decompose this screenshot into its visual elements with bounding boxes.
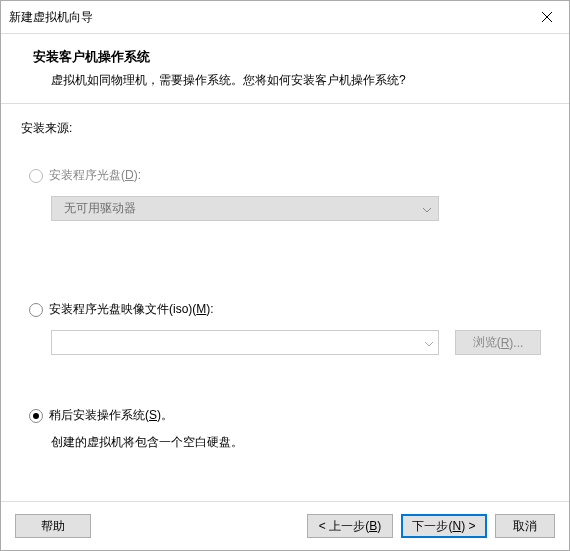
iso-path-combobox[interactable] [51,330,439,355]
back-button[interactable]: < 上一步(B) [307,514,393,538]
radio-iso-file[interactable]: 安装程序光盘映像文件(iso)(M): [29,301,549,318]
radio-icon [29,169,43,183]
cancel-button[interactable]: 取消 [495,514,555,538]
disc-drive-dropdown: 无可用驱动器 [51,196,439,221]
radio-label: 安装程序光盘映像文件(iso)(M): [49,301,214,318]
radio-icon [29,303,43,317]
radio-label: 安装程序光盘(D): [49,167,141,184]
next-button[interactable]: 下一步(N) > [401,514,487,538]
radio-install-later[interactable]: 稍后安装操作系统(S)。 [29,407,549,424]
close-icon [542,11,552,24]
wizard-header: 安装客户机操作系统 虚拟机如同物理机，需要操作系统。您将如何安装客户机操作系统? [1,34,569,104]
chevron-down-icon [424,336,434,350]
radio-installer-disc: 安装程序光盘(D): [29,167,549,184]
wizard-body: 安装来源: 安装程序光盘(D): 无可用驱动器 安装程序光盘映像文件(iso)(… [1,104,569,501]
wizard-footer: 帮助 < 上一步(B) 下一步(N) > 取消 [1,501,569,550]
titlebar: 新建虚拟机向导 [1,1,569,34]
wizard-window: 新建虚拟机向导 安装客户机操作系统 虚拟机如同物理机，需要操作系统。您将如何安装… [0,0,570,551]
page-title: 安装客户机操作系统 [33,48,549,66]
dropdown-value: 无可用驱动器 [64,200,136,217]
chevron-down-icon [422,202,432,216]
browse-button: 浏览(R)... [455,330,541,355]
window-title: 新建虚拟机向导 [9,9,93,26]
page-description: 虚拟机如同物理机，需要操作系统。您将如何安装客户机操作系统? [51,72,549,89]
source-label: 安装来源: [21,120,549,137]
close-button[interactable] [524,1,569,33]
radio-label: 稍后安装操作系统(S)。 [49,407,173,424]
radio-icon [29,409,43,423]
install-later-desc: 创建的虚拟机将包含一个空白硬盘。 [51,434,549,451]
help-button[interactable]: 帮助 [15,514,91,538]
